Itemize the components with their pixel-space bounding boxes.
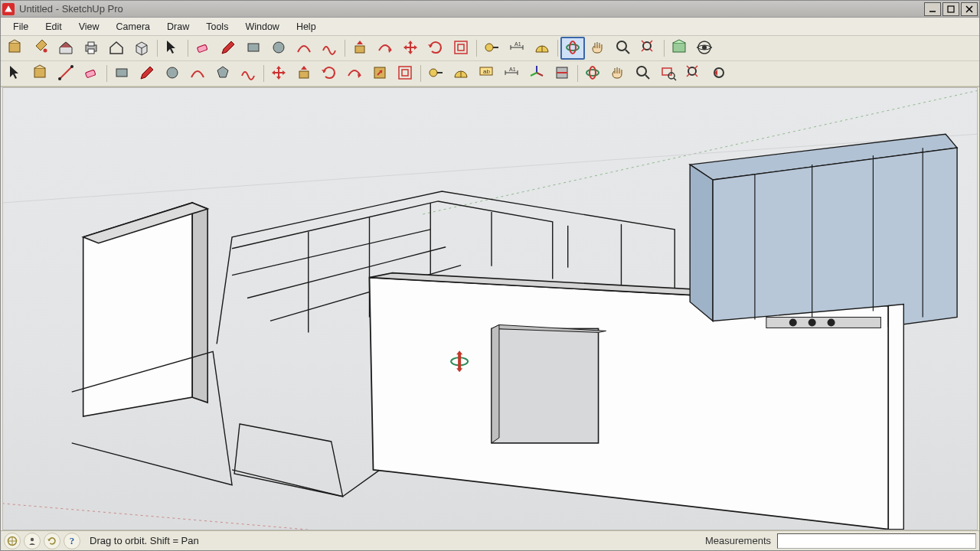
svg-rect-13 (455, 41, 467, 54)
rotate-button[interactable] (423, 37, 448, 60)
arc-2-button[interactable] (185, 62, 210, 85)
section-plane-button[interactable] (550, 62, 574, 85)
svg-line-52 (531, 73, 537, 76)
axes-button[interactable] (524, 62, 549, 85)
look-around-icon (695, 38, 714, 59)
orbit-button[interactable] (560, 37, 585, 60)
circle-2-icon (163, 64, 181, 84)
svg-rect-7 (197, 44, 207, 53)
svg-point-98 (31, 537, 34, 540)
menu-edit[interactable]: Edit (38, 20, 70, 34)
line-tool-button[interactable] (54, 62, 78, 85)
tape-measure-2-button[interactable] (423, 62, 448, 85)
status-refresh-icon[interactable] (44, 533, 60, 549)
select-arrow-icon (163, 38, 181, 59)
protractor-button[interactable] (530, 37, 554, 60)
pencil-2-button[interactable] (135, 62, 159, 85)
wall-left (83, 203, 207, 416)
paint-bucket-button[interactable] (28, 37, 53, 60)
arc-button[interactable] (292, 37, 316, 60)
svg-line-68 (232, 230, 430, 276)
status-help-icon[interactable]: ? (64, 533, 80, 549)
close-button[interactable] (961, 2, 978, 16)
window-title: Untitled - SketchUp Pro (19, 3, 123, 15)
measurements-input[interactable] (777, 533, 976, 549)
follow-me-2-button[interactable] (342, 62, 367, 85)
offset-2-button[interactable] (393, 62, 417, 85)
svg-line-61 (674, 78, 676, 80)
orbit-2-button[interactable] (580, 62, 605, 85)
select-arrow-button[interactable] (160, 37, 185, 60)
dimension-2-icon: A1 (502, 64, 521, 84)
section-plane-icon (553, 64, 571, 84)
menu-file[interactable]: File (5, 20, 36, 34)
look-around-button[interactable] (692, 37, 717, 60)
previous-view-button[interactable] (707, 62, 731, 85)
svg-point-55 (586, 70, 599, 76)
freehand-2-button[interactable] (236, 62, 260, 85)
house-model-button[interactable] (54, 37, 78, 60)
select-arrow-2-button[interactable] (3, 62, 28, 85)
rectangle-button[interactable] (241, 37, 266, 60)
push-pull-button[interactable] (348, 37, 372, 60)
wall-right-blue (690, 134, 957, 328)
svg-rect-5 (88, 42, 94, 46)
move-2-button[interactable] (266, 62, 291, 85)
menu-draw[interactable]: Draw (159, 20, 197, 34)
print-button[interactable] (79, 37, 103, 60)
push-pull-2-button[interactable] (292, 62, 316, 85)
dimension-2-button[interactable]: A1 (499, 62, 524, 85)
tape-measure-button[interactable] (479, 37, 504, 60)
status-geo-icon[interactable] (4, 533, 21, 549)
zoom-button[interactable] (611, 37, 635, 60)
toolbar-separator (342, 37, 347, 59)
move-button[interactable] (398, 37, 423, 60)
scale-button[interactable] (368, 62, 392, 85)
svg-rect-2 (9, 43, 20, 52)
pencil-button[interactable] (216, 37, 240, 60)
model-viewport[interactable] (2, 87, 978, 530)
text-tool-button[interactable]: ab (474, 62, 498, 85)
rectangle-2-button[interactable] (109, 62, 134, 85)
svg-marker-12 (428, 44, 433, 47)
zoom-2-button[interactable] (631, 62, 655, 85)
dimension-icon: A1 (508, 38, 526, 59)
polygon-button[interactable] (211, 62, 235, 85)
offset-button[interactable] (449, 37, 473, 60)
eraser-2-button[interactable] (79, 62, 103, 85)
box-button[interactable] (129, 37, 154, 60)
minimize-button[interactable] (924, 2, 941, 16)
eraser-icon (194, 38, 212, 59)
pan-2-button[interactable] (606, 62, 630, 85)
menu-help[interactable]: Help (289, 20, 324, 34)
menu-camera[interactable]: Camera (109, 20, 158, 34)
pan-button[interactable] (586, 37, 610, 60)
zoom-extents-button[interactable] (636, 37, 661, 60)
svg-point-31 (70, 65, 74, 68)
circle-button[interactable] (266, 37, 291, 60)
menu-tools[interactable]: Tools (198, 20, 236, 34)
svg-point-43 (430, 69, 437, 77)
make-component-button[interactable] (3, 37, 28, 60)
rotate-2-button[interactable] (317, 62, 341, 85)
menu-window[interactable]: Window (237, 20, 286, 34)
maximize-button[interactable] (942, 2, 959, 16)
menu-view[interactable]: View (71, 20, 107, 34)
get-models-button[interactable] (667, 37, 691, 60)
model-canvas[interactable] (3, 88, 977, 530)
protractor-2-button[interactable] (449, 62, 473, 85)
svg-rect-59 (662, 68, 671, 75)
zoom-window-button[interactable] (656, 62, 681, 85)
zoom-extents-2-button[interactable] (681, 62, 706, 85)
status-person-icon[interactable] (24, 533, 41, 549)
make-component-2-icon (31, 64, 50, 84)
dimension-button[interactable]: A1 (505, 37, 529, 60)
eraser-button[interactable] (191, 37, 215, 60)
svg-marker-84 (690, 165, 713, 321)
status-hint: Drag to orbit. Shift = Pan (90, 535, 199, 546)
house-outline-button[interactable] (104, 37, 129, 60)
circle-2-button[interactable] (160, 62, 185, 85)
follow-me-button[interactable] (373, 37, 397, 60)
freehand-button[interactable] (317, 37, 341, 60)
make-component-2-button[interactable] (28, 62, 53, 85)
